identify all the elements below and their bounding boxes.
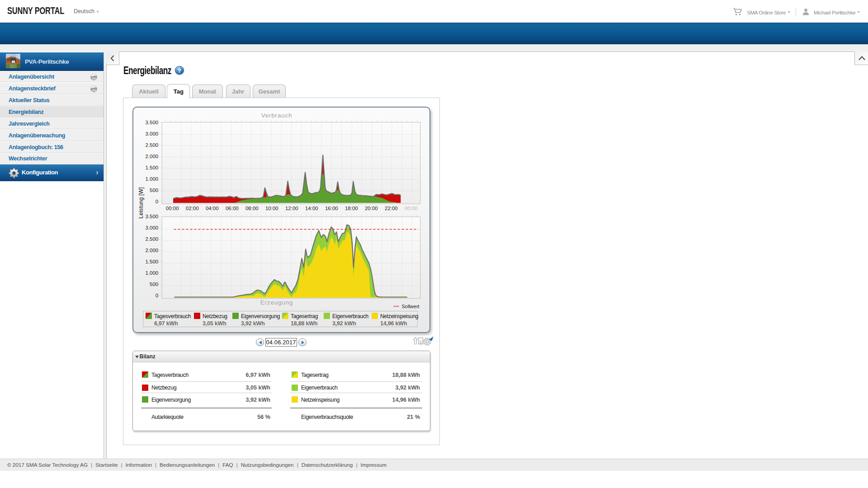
svg-text:14:00: 14:00 [305, 205, 318, 211]
svg-text:2.000: 2.000 [145, 248, 158, 253]
svg-text:04:00: 04:00 [206, 205, 219, 211]
svg-text:1.000: 1.000 [145, 270, 158, 276]
svg-text:20:00: 20:00 [365, 205, 378, 211]
svg-text:3.500: 3.500 [145, 120, 158, 125]
svg-text:500: 500 [150, 188, 158, 193]
svg-text:22:00: 22:00 [385, 205, 398, 211]
svg-text:18:00: 18:00 [345, 205, 358, 211]
svg-text:10:00: 10:00 [265, 205, 278, 211]
svg-text:00:00: 00:00 [405, 205, 418, 211]
svg-text:Verbrauch: Verbrauch [261, 112, 292, 119]
svg-text:02:00: 02:00 [186, 205, 199, 211]
svg-text:1.000: 1.000 [145, 176, 158, 182]
svg-text:3.000: 3.000 [145, 131, 158, 136]
svg-text:12:00: 12:00 [285, 205, 298, 211]
svg-text:16:00: 16:00 [325, 205, 338, 211]
svg-text:2.000: 2.000 [145, 154, 158, 159]
svg-text:0: 0 [156, 293, 158, 298]
svg-text:2.500: 2.500 [145, 236, 158, 242]
svg-text:06:00: 06:00 [226, 205, 239, 211]
svg-text:3.500: 3.500 [145, 214, 158, 219]
svg-text:Leistung [W]: Leistung [W] [138, 187, 144, 218]
svg-text:Sollwert: Sollwert [402, 304, 420, 309]
svg-text:3.000: 3.000 [145, 225, 158, 230]
svg-text:500: 500 [150, 282, 158, 287]
svg-text:2.500: 2.500 [145, 142, 158, 148]
svg-text:1.500: 1.500 [145, 259, 158, 264]
svg-text:08:00: 08:00 [245, 205, 259, 211]
svg-text:0: 0 [156, 199, 158, 204]
svg-text:1.500: 1.500 [145, 165, 158, 170]
svg-text:Erzeugung: Erzeugung [260, 299, 293, 305]
svg-text:00:00: 00:00 [166, 205, 179, 211]
